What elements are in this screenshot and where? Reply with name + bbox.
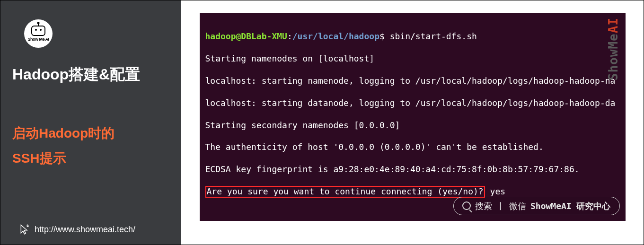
- footer-url: http://www.showmeai.tech/: [35, 225, 135, 235]
- watermark: ShowMeAI: [606, 18, 622, 80]
- terminal-line: The authenticity of host '0.0.0.0 (0.0.0…: [205, 141, 620, 152]
- terminal-line: localhost: starting datanode, logging to…: [205, 97, 620, 108]
- prompt-user: hadoop@DBLab-XMU: [205, 31, 287, 41]
- search-icon: [462, 201, 471, 210]
- terminal-prompt-line: hadoop@DBLab-XMU:/usr/local/hadoop$ sbin…: [205, 31, 620, 42]
- sidebar: Show Me AI Hadoop搭建&配置 启动Hadoop时的 SSH提示 …: [0, 0, 181, 245]
- robot-icon: [31, 26, 45, 36]
- sub-heading-line2: SSH提示: [12, 146, 172, 171]
- terminal: hadoop@DBLab-XMU:/usr/local/hadoop$ sbin…: [200, 13, 626, 221]
- terminal-line: ECDSA key fingerprint is a9:28:e0:4e:89:…: [205, 164, 620, 175]
- prompt-path: /usr/local/hadoop: [292, 31, 379, 41]
- terminal-line: Starting secondary namenodes [0.0.0.0]: [205, 120, 620, 131]
- search-badge: 搜索 丨 微信 ShowMeAI 研究中心: [453, 197, 620, 215]
- logo: Show Me AI: [24, 19, 53, 48]
- highlighted-text: Are you sure you want to continue connec…: [205, 186, 485, 198]
- footer-link[interactable]: http://www.showmeai.tech/: [19, 224, 135, 235]
- terminal-highlight-line: Are you sure you want to continue connec…: [205, 186, 620, 198]
- main-panel: hadoop@DBLab-XMU:/usr/local/hadoop$ sbin…: [181, 0, 644, 245]
- badge-label2: 微信: [509, 201, 526, 211]
- logo-text: Show Me AI: [27, 37, 49, 42]
- main-heading: Hadoop搭建&配置: [12, 64, 172, 85]
- slide: Show Me AI Hadoop搭建&配置 启动Hadoop时的 SSH提示 …: [0, 0, 644, 245]
- badge-label1: 搜索: [475, 201, 492, 211]
- sub-heading-line1: 启动Hadoop时的: [12, 121, 172, 146]
- badge-bold: ShowMeAI 研究中心: [530, 201, 611, 211]
- terminal-line: localhost: starting namenode, logging to…: [205, 75, 620, 86]
- terminal-response: yes: [485, 186, 505, 196]
- badge-sep: 丨: [496, 201, 505, 211]
- terminal-command: sbin/start-dfs.sh: [390, 31, 477, 41]
- cursor-icon: [19, 224, 29, 235]
- terminal-line: Starting namenodes on [localhost]: [205, 53, 620, 64]
- sub-heading: 启动Hadoop时的 SSH提示: [12, 121, 172, 171]
